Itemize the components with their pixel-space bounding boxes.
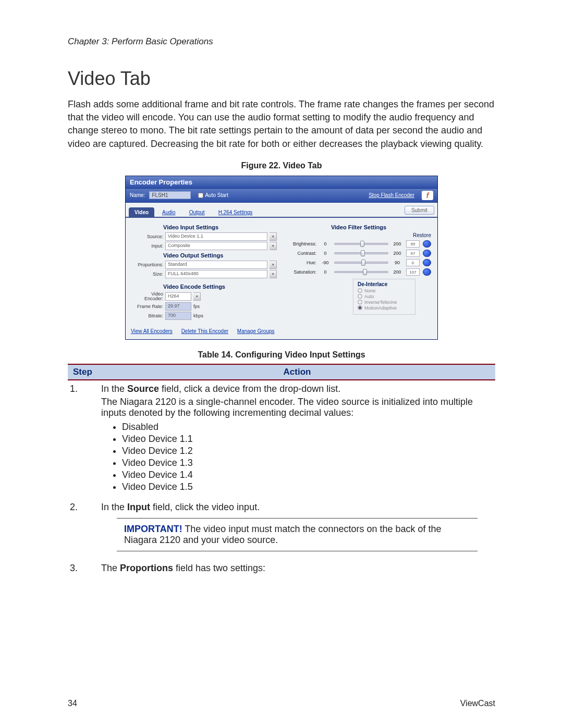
tab-audio[interactable]: Audio [156,207,181,217]
slider-thumb[interactable] [361,260,365,266]
table-row: 1.In the Source field, click a device fr… [68,380,495,499]
deinterlace-title: De-Interlace [358,281,411,287]
slider-track[interactable] [334,262,388,264]
slider-thumb[interactable] [361,250,365,256]
chevron-down-icon[interactable]: ▾ [270,232,277,241]
slider-reset-button[interactable] [423,268,431,276]
bitrate-unit: kbps [193,313,203,318]
chapter-header: Chapter 3: Perform Basic Operations [68,36,495,47]
slider-reset-button[interactable] [423,240,431,248]
table-row: 2.In the Input field, click the video in… [68,499,495,560]
tab-output[interactable]: Output [183,207,211,217]
auto-start-box[interactable] [198,193,203,198]
page-number: 34 [68,699,77,708]
delete-this-encoder-link[interactable]: Delete This Encoder [181,328,228,334]
slider-row: Contrast:020097 [286,250,431,257]
slider-thumb[interactable] [363,269,367,275]
slider-value-field[interactable]: 0 [406,259,420,266]
encoder-properties-panel: Encoder Properties Name: FLSH1 Auto Star… [125,176,438,340]
deinterlace-label: None [364,288,376,293]
slider-value-field[interactable]: 107 [406,268,420,276]
page-footer: 34 ViewCast [68,699,495,708]
slider-min: 0 [320,269,331,275]
encoder-label: Video Encoder: [132,292,163,301]
important-label: IMPORTANT! [124,524,182,534]
framerate-label: Frame Rate: [132,304,163,309]
chevron-down-icon[interactable]: ▾ [270,270,277,278]
slider-min: -90 [320,260,331,265]
panel-toolbar: Name: FLSH1 Auto Start Stop Flash Encode… [126,189,437,203]
size-select[interactable]: FULL 640x480 [165,270,267,278]
step-action: In the Source field, click a device from… [99,380,495,499]
left-column: Video Input Settings Source: Video Devic… [132,222,277,321]
table-row: 3.The Proportions field has two settings… [68,560,495,577]
list-item: Video Device 1.1 [122,434,493,445]
framerate-field[interactable]: 29.97 [165,302,191,311]
slider-reset-button[interactable] [423,259,431,266]
radio-icon[interactable] [358,294,362,299]
chevron-down-icon[interactable]: ▾ [270,261,277,269]
step-number: 1. [68,380,99,499]
figure-caption: Figure 22. Video Tab [68,161,495,170]
slider-value-field[interactable]: 97 [406,250,420,257]
restore-link[interactable]: Restore [286,232,431,238]
input-label: Input: [132,243,163,249]
list-item: Video Device 1.4 [122,470,493,480]
step-number: 3. [68,560,99,577]
radio-icon[interactable] [358,305,362,310]
tab-h264[interactable]: H.264 Settings [213,207,259,217]
slider-row: Hue:-90900 [286,259,431,266]
slider-value-field[interactable]: 95 [406,240,420,248]
slider-label: Hue: [286,260,316,265]
step-action: The Proportions field has two settings: [99,560,495,577]
view-all-encoders-link[interactable]: View All Encoders [131,328,173,334]
encoder-select[interactable]: H264 [165,292,191,301]
slider-track[interactable] [334,271,388,273]
slider-max: 200 [391,269,403,275]
chevron-down-icon[interactable]: ▾ [193,292,201,301]
list-item: Video Device 1.2 [122,446,493,456]
col-step: Step [68,364,99,380]
source-select[interactable]: Video Device 1.1 [165,232,267,241]
deinterlace-option[interactable]: InverseTelecine [358,300,411,305]
slider-thumb[interactable] [360,241,364,247]
panel-footer: View All Encoders Delete This Encoder Ma… [126,325,437,339]
stop-encoder-link[interactable]: Stop Flash Encoder [369,192,414,198]
radio-icon[interactable] [358,288,362,293]
name-field[interactable]: FLSH1 [149,191,191,199]
slider-track[interactable] [334,252,388,254]
table-caption: Table 14. Configuring Video Input Settin… [68,350,495,360]
slider-max: 90 [391,260,403,265]
manage-groups-link[interactable]: Manage Groups [237,328,275,334]
section-title: Video Tab [68,68,495,90]
col-action: Action [99,364,495,380]
tab-video[interactable]: Video [129,207,154,217]
video-filter-settings-title: Video Filter Settings [286,224,431,230]
step-number: 2. [68,499,99,560]
deinterlace-option[interactable]: None [358,288,411,293]
bitrate-field[interactable]: 700 [165,312,191,320]
slider-row: Saturation:0200107 [286,268,431,276]
submit-button[interactable]: Submit [405,206,434,215]
deinterlace-label: Auto [364,294,374,299]
list-item: Disabled [122,422,493,433]
auto-start-checkbox[interactable]: Auto Start [198,192,228,198]
slider-max: 200 [391,251,403,256]
radio-icon[interactable] [358,300,362,304]
slider-label: Saturation: [286,269,316,275]
list-item: Video Device 1.5 [122,482,493,492]
deinterlace-box: De-Interlace NoneAutoInverseTelecineMoti… [353,279,415,315]
video-encode-settings-title: Video Encode Settings [132,283,277,290]
deinterlace-option[interactable]: MotionAdaptive [358,305,411,311]
flash-logo-icon: f [422,191,433,200]
deinterlace-option[interactable]: Auto [358,294,411,299]
slider-reset-button[interactable] [423,250,431,257]
important-callout: IMPORTANT! The video input must match th… [117,518,478,551]
input-select[interactable]: Composite [165,242,267,250]
slider-track[interactable] [334,243,388,245]
step-action: In the Input field, click the video inpu… [99,499,495,560]
proportions-select[interactable]: Standard [165,261,267,269]
proportions-label: Proportions: [132,262,163,267]
auto-start-label: Auto Start [205,192,228,198]
chevron-down-icon[interactable]: ▾ [270,242,277,250]
